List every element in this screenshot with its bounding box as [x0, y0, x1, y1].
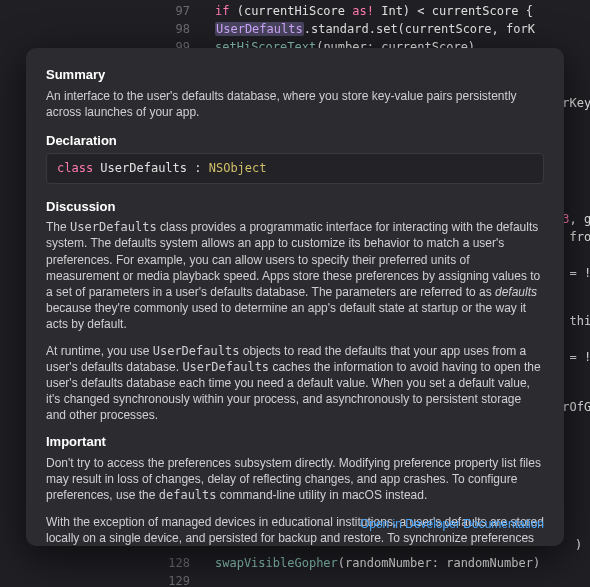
declaration-box: class UserDefaults : NSObject	[46, 153, 544, 183]
summary-text: An interface to the user's defaults data…	[46, 88, 544, 120]
line-number: 128	[168, 554, 190, 572]
summary-heading: Summary	[46, 66, 544, 84]
line-number: 97	[176, 2, 190, 20]
code-line: UserDefaults.standard.set(currentScore, …	[215, 20, 535, 38]
code-line: if (currentHiScore as! Int) < currentSco…	[215, 2, 533, 20]
line-number: 129	[168, 572, 190, 587]
discussion-heading: Discussion	[46, 198, 544, 216]
code-fragment: )	[575, 536, 582, 554]
important-body: Don't try to access the preferences subs…	[46, 455, 544, 546]
line-number: 98	[176, 20, 190, 38]
important-heading: Important	[46, 433, 544, 451]
discussion-body: The UserDefaults class provides a progra…	[46, 219, 544, 423]
discussion-paragraph: At runtime, you use UserDefaults objects…	[46, 343, 544, 424]
code-line: swapVisibleGopher(randomNumber: randomNu…	[215, 554, 540, 572]
discussion-paragraph: The UserDefaults class provides a progra…	[46, 219, 544, 332]
popover-arrow	[269, 48, 292, 59]
declaration-heading: Declaration	[46, 132, 544, 150]
highlighted-symbol[interactable]: UserDefaults	[215, 22, 304, 36]
important-paragraph: Don't try to access the preferences subs…	[46, 455, 544, 504]
quick-help-popover: Summary An interface to the user's defau…	[26, 48, 564, 546]
open-in-docs-link[interactable]: Open in Developer Documentation	[360, 516, 544, 532]
